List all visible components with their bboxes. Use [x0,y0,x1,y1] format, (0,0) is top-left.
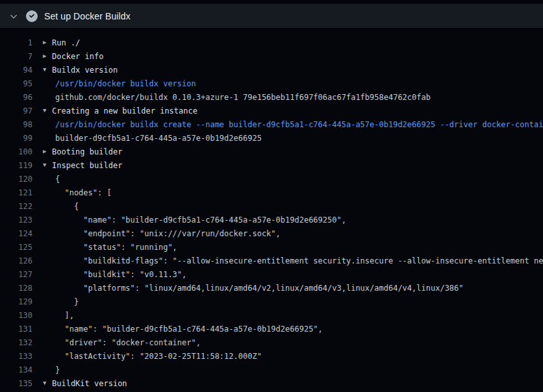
group-toggle[interactable]: ▼BuildKit version [43,377,127,391]
line-number[interactable]: 119 [0,159,32,173]
log-line-row: 125 "status": "running", [0,241,543,254]
group-title[interactable]: Run ./ [52,36,80,50]
line-number[interactable]: 99 [0,132,32,145]
output-text: "name": "builder-d9cfb5a1-c764-445a-a57e… [55,323,323,336]
line-number[interactable]: 132 [0,336,32,350]
line-number[interactable]: 126 [0,254,32,268]
line-number[interactable]: 130 [0,309,32,323]
log-line-row: 122 { [0,200,543,214]
line-number[interactable]: 124 [0,227,32,241]
output-text: "buildkitd-flags": "--allow-insecure-ent… [55,254,543,268]
triangle-down-icon[interactable]: ▼ [43,63,52,77]
log-line-row: 123 "name": "builder-d9cfb5a1-c764-445a-… [0,214,543,227]
log-content: "platforms": "linux/amd64,linux/amd64/v2… [43,282,464,295]
log-line-row: 132 "driver": "docker-container", [0,336,543,350]
line-number[interactable]: 96 [0,91,32,104]
group-title[interactable]: Inspect builder [52,159,122,173]
log-content: "buildkit": "v0.11.3", [43,268,186,282]
line-number[interactable]: 129 [0,295,32,309]
log-group-row: 1▶Run ./ [0,36,543,50]
log-content: /usr/bin/docker buildx version [43,77,196,91]
step-title: Set up Docker Buildx [44,11,131,21]
log-line-row: 128 "platforms": "linux/amd64,linux/amd6… [0,282,543,295]
group-toggle[interactable]: ▼Creating a new builder instance [43,104,197,118]
line-number[interactable]: 95 [0,77,32,91]
triangle-right-icon[interactable]: ▶ [43,145,52,158]
log-content: builder-d9cfb5a1-c764-445a-a57e-0b19d2e6… [43,132,262,145]
log-content: "status": "running", [43,241,177,254]
group-title[interactable]: Buildx version [52,64,118,77]
log-line-row: 133 "lastActivity": "2023-02-25T11:58:12… [0,350,543,363]
log-line-row: 134} [0,363,543,377]
triangle-down-icon[interactable]: ▼ [43,104,52,117]
log-group-row: 119▼Inspect builder [0,159,543,173]
log-line-row: 98/usr/bin/docker buildx create --name b… [0,118,543,132]
log-group-row: 94▼Buildx version [0,64,543,77]
output-text: "nodes": [ [55,186,112,200]
log-viewer: 1▶Run ./7▶Docker info94▼Buildx version95… [0,28,543,392]
log-content: } [43,363,60,377]
output-text: } [55,295,79,309]
output-text: github.com/docker/buildx 0.10.3+azure-1 … [55,91,431,104]
line-number[interactable]: 125 [0,241,32,254]
log-content: "nodes": [ [43,186,112,200]
output-text: "status": "running", [55,241,177,254]
output-text: ], [55,309,74,323]
line-number[interactable]: 133 [0,350,32,363]
group-toggle[interactable]: ▶Run ./ [43,36,80,50]
line-number[interactable]: 1 [0,36,32,50]
line-number[interactable]: 123 [0,214,32,227]
triangle-down-icon[interactable]: ▼ [43,376,52,390]
chevron-down-icon[interactable] [8,11,19,21]
line-number[interactable]: 135 [0,377,32,391]
log-group-row: 7▶Docker info [0,50,543,64]
group-toggle[interactable]: ▶Docker info [43,50,103,64]
group-title[interactable]: Creating a new builder instance [52,104,197,118]
line-number[interactable]: 128 [0,282,32,295]
log-line-row: 121 "nodes": [ [0,186,543,200]
log-line-row: 96github.com/docker/buildx 0.10.3+azure-… [0,91,543,104]
line-number[interactable]: 100 [0,145,32,159]
command-text: /usr/bin/docker buildx version [55,77,196,91]
log-content: "endpoint": "unix:///var/run/docker.sock… [43,227,281,241]
output-text: "name": "builder-d9cfb5a1-c764-445a-a57e… [55,214,346,227]
group-title[interactable]: Docker info [52,50,103,64]
log-content: } [43,295,79,309]
output-text: "platforms": "linux/amd64,linux/amd64/v2… [55,282,464,295]
line-number[interactable]: 120 [0,173,32,186]
output-text: "endpoint": "unix:///var/run/docker.sock… [55,227,281,241]
group-title[interactable]: Booting builder [52,145,122,159]
log-line-row: 131 "name": "builder-d9cfb5a1-c764-445a-… [0,323,543,336]
output-text: "lastActivity": "2023-02-25T11:58:12.000… [55,350,262,363]
line-number[interactable]: 134 [0,363,32,377]
output-text: { [55,173,60,186]
group-toggle[interactable]: ▼Inspect builder [43,159,122,173]
log-line-row: 99builder-d9cfb5a1-c764-445a-a57e-0b19d2… [0,132,543,145]
line-number[interactable]: 94 [0,64,32,77]
output-text: "driver": "docker-container", [55,336,201,350]
step-header[interactable]: Set up Docker Buildx [0,4,543,28]
line-number[interactable]: 122 [0,200,32,214]
line-number[interactable]: 98 [0,118,32,132]
log-group-row: 97▼Creating a new builder instance [0,104,543,118]
group-toggle[interactable]: ▼Buildx version [43,64,118,77]
output-text: { [55,200,79,214]
line-number[interactable]: 127 [0,268,32,282]
line-number[interactable]: 121 [0,186,32,200]
line-number[interactable]: 97 [0,104,32,118]
log-content: "buildkitd-flags": "--allow-insecure-ent… [43,254,543,268]
triangle-right-icon[interactable]: ▶ [43,36,52,49]
output-text: } [55,363,60,377]
success-check-icon [26,10,38,22]
line-number[interactable]: 7 [0,50,32,64]
line-number[interactable]: 131 [0,323,32,336]
log-content: "name": "builder-d9cfb5a1-c764-445a-a57e… [43,323,323,336]
group-toggle[interactable]: ▶Booting builder [43,145,122,159]
triangle-down-icon[interactable]: ▼ [43,158,52,172]
log-line-row: 95/usr/bin/docker buildx version [0,77,543,91]
log-content: { [43,200,79,214]
output-text: builder-d9cfb5a1-c764-445a-a57e-0b19d2e6… [55,132,262,145]
log-content: "lastActivity": "2023-02-25T11:58:12.000… [43,350,262,363]
triangle-right-icon[interactable]: ▶ [43,49,52,63]
group-title[interactable]: BuildKit version [52,377,127,391]
